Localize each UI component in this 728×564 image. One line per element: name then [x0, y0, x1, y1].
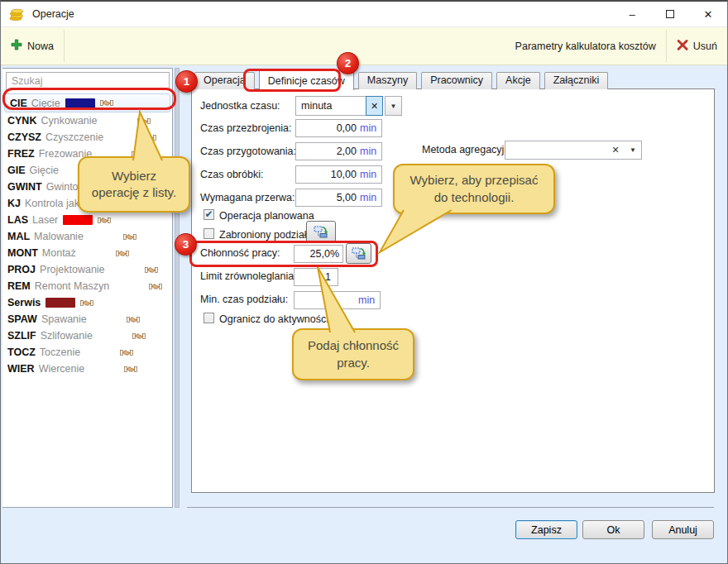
tab-akcje[interactable]: Akcje: [496, 72, 540, 89]
color-swatch: [65, 98, 95, 108]
search-input[interactable]: [6, 72, 170, 90]
time-input[interactable]: 2,00 min: [295, 142, 382, 160]
operation-name: Projektowanie: [40, 261, 105, 278]
list-item-wier[interactable]: WIER Wiercenie: [2, 361, 172, 377]
list-item-tocz[interactable]: TOCZ Toczenie: [2, 344, 172, 361]
tab-maszyny[interactable]: Maszyny: [358, 72, 417, 89]
clear-icon[interactable]: ✕: [366, 96, 383, 116]
list-item-gwint[interactable]: GWINT Gwintowanie: [2, 179, 172, 195]
operation-name: Montaż: [42, 245, 76, 261]
delete-button[interactable]: Usuń: [667, 27, 727, 65]
parallel-limit-input[interactable]: 1: [294, 268, 338, 286]
handshake-icon: [98, 166, 112, 175]
maximize-button[interactable]: [651, 2, 689, 26]
planned-operation-checkbox[interactable]: ✔: [204, 209, 214, 220]
list-item-szlif[interactable]: SZLIF Szlifowanie: [2, 327, 172, 344]
operation-name: Cynkowanie: [41, 112, 97, 129]
operation-code: CYNK: [7, 112, 36, 129]
copy-intensity-to-technology-button[interactable]: [346, 243, 371, 264]
params-button-label: Parametry kalkulatora kosztów: [515, 41, 656, 52]
new-button[interactable]: Nowa: [1, 27, 64, 65]
chevron-down-icon[interactable]: ▼: [625, 146, 641, 154]
tab-pracownicy[interactable]: Pracownicy: [421, 72, 492, 89]
list-item-cynk[interactable]: CYNK Cynkowanie: [2, 112, 172, 129]
list-item-frez[interactable]: FREZ Frezowanie: [2, 146, 172, 162]
list-item-czysz[interactable]: CZYSZ Czyszczenie: [2, 129, 172, 146]
operation-code: LAS: [7, 212, 28, 228]
color-swatch: [97, 149, 127, 159]
list-item-mont[interactable]: MONT Montaż: [2, 245, 172, 261]
handshake-icon: [145, 183, 158, 192]
plus-icon: [11, 39, 22, 53]
form-row: Wymagana przerwa: 5,00 min: [192, 189, 714, 208]
field-value: 2,00: [296, 146, 360, 157]
cancel-button[interactable]: Anuluj: [652, 520, 714, 539]
minimize-button[interactable]: –: [613, 2, 651, 26]
handshake-icon: [124, 365, 137, 374]
operation-code: CZYSZ: [7, 129, 41, 146]
operation-code: PROJ: [7, 261, 36, 278]
field-value: 5,00: [296, 192, 360, 203]
color-swatch: [108, 132, 138, 142]
list-item-kj[interactable]: KJ Kontrola jakości: [2, 195, 172, 212]
unit-suffix: min: [358, 294, 380, 306]
operation-code: GIE: [7, 162, 26, 179]
chevron-down-icon[interactable]: ▼: [385, 96, 402, 116]
operation-name: Spawanie: [41, 311, 87, 327]
time-input[interactable]: 0,00 min: [295, 119, 382, 137]
handshake-icon: [116, 249, 129, 258]
color-swatch: [103, 116, 132, 126]
tab-definicje-czasów[interactable]: Definicje czasów: [259, 70, 354, 90]
time-unit-value[interactable]: minuta: [295, 96, 366, 116]
field-value: 0,00: [296, 122, 360, 134]
handshake-icon: [137, 199, 151, 208]
list-item-gie[interactable]: GIE Gięcie: [2, 162, 172, 179]
operation-name: Szlifowanie: [41, 327, 93, 344]
list-item-cie[interactable]: CIE Cięcie: [4, 93, 170, 112]
field-label: Czas przygotowania:: [200, 146, 296, 157]
operation-code: WIER: [7, 361, 35, 377]
field-label: Czas obróbki:: [200, 169, 263, 180]
limit-to-activity-checkbox[interactable]: ✔: [204, 313, 214, 323]
list-item-proj[interactable]: PROJ Projektowanie: [2, 261, 172, 278]
labor-intensity-input[interactable]: 25,0%: [294, 245, 343, 263]
list-item-spaw[interactable]: SPAW Spawanie: [2, 311, 172, 327]
list-item-serwis[interactable]: Serwis: [2, 294, 172, 311]
tab-operacja[interactable]: Operacja: [194, 72, 255, 89]
operation-name: Malowanie: [34, 228, 84, 245]
delete-button-label: Usuń: [693, 41, 717, 52]
handshake-icon: [100, 98, 113, 108]
color-swatch: [110, 182, 140, 192]
labor-intensity-label: Chłonność pracy:: [200, 247, 280, 259]
field-value: 10,00: [296, 169, 360, 180]
operation-name: Wiercenie: [39, 361, 85, 377]
transfer-icon: [352, 247, 366, 260]
checkmark-icon: ✔: [204, 209, 213, 219]
handshake-icon: [145, 265, 158, 275]
operation-code: GWINT: [7, 179, 42, 195]
list-item-las[interactable]: LAS Laser: [2, 212, 172, 228]
close-button[interactable]: ✕: [689, 2, 727, 26]
cost-calculator-params-button[interactable]: Parametry kalkulatora kosztów: [505, 27, 666, 65]
ok-button[interactable]: Ok: [582, 520, 644, 539]
tab-strip: Operacja Definicje czasów Maszyny Pracow…: [194, 72, 608, 89]
operation-name: Toczenie: [40, 344, 80, 361]
labor-intensity-value: 25,0%: [295, 248, 342, 260]
time-unit-label: Jednostka czasu:: [200, 100, 280, 112]
tab-załączniki[interactable]: Załączniki: [544, 72, 609, 89]
list-item-mal[interactable]: MAL Malowanie: [2, 228, 172, 245]
min-split-time-input[interactable]: min: [294, 291, 381, 309]
aggregation-method-combo[interactable]: ✕ ▼: [505, 141, 642, 160]
color-swatch: [63, 215, 93, 225]
time-input[interactable]: 5,00 min: [295, 189, 382, 207]
forbidden-split-checkbox[interactable]: ✔: [204, 228, 214, 239]
splitter-handle[interactable]: [175, 68, 180, 508]
copy-to-technology-button[interactable]: [306, 221, 336, 242]
save-button[interactable]: Zapisz: [515, 520, 577, 539]
handshake-icon: [143, 133, 156, 142]
list-item-rem[interactable]: REM Remont Maszyn: [2, 278, 172, 294]
color-swatch: [92, 314, 122, 324]
clear-icon[interactable]: ✕: [606, 145, 625, 155]
operation-code: KJ: [7, 195, 21, 212]
time-input[interactable]: 10,00 min: [295, 165, 382, 184]
